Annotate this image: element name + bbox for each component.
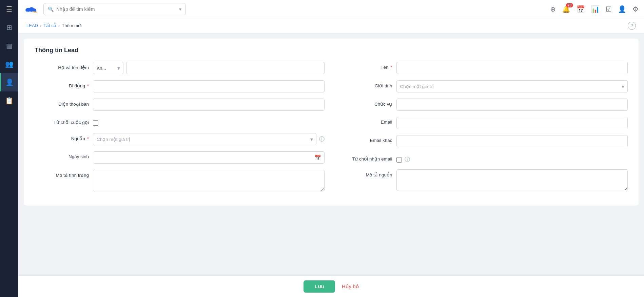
label-email-khac: Email khác [338, 135, 392, 143]
form-row-name: Họ và tên đệm Kh... Ông Bà Anh Chị [35, 62, 325, 74]
topbar-actions: ⊕ 🔔 70 📅 📊 ☑ 👤 ⚙ [550, 5, 639, 13]
last-name-input[interactable] [126, 62, 325, 74]
label-tu-choi-cuoc-goi: Từ chối cuộc gọi [35, 117, 89, 125]
checkbox-icon: ☑ [606, 5, 612, 13]
search-icon: 🔍 [48, 6, 54, 12]
mo-ta-tinh-trang-input[interactable] [93, 170, 325, 191]
calendar-picker-icon[interactable]: 📅 [314, 154, 321, 161]
breadcrumb-sep-2: › [58, 23, 60, 28]
sidebar-item-people[interactable]: 👥 [0, 55, 18, 73]
label-ngay-sinh: Ngày sinh [35, 151, 89, 159]
sidebar-item-grid[interactable]: ▦ [0, 37, 18, 55]
ten-input[interactable] [396, 62, 628, 74]
label-chuc-vu: Chức vụ [338, 99, 392, 107]
save-button[interactable]: Lưu [304, 280, 335, 293]
form-section-title: Thông tin Lead [35, 47, 628, 54]
form-left-col: Họ và tên đệm Kh... Ông Bà Anh Chị [35, 62, 325, 197]
prefix-select[interactable]: Kh... Ông Bà Anh Chị [93, 62, 123, 74]
label-gioi-tinh: Giới tính [338, 80, 392, 88]
bottom-bar: Lưu Hủy bỏ [18, 275, 644, 297]
breadcrumb-current: Thêm mới [62, 23, 82, 28]
tu-choi-nhan-email-checkbox[interactable] [396, 157, 402, 163]
profile-button[interactable]: 👤 [618, 5, 626, 13]
label-dien-thoai-ban: Điện thoại bàn [35, 99, 89, 107]
email-input[interactable] [396, 117, 628, 129]
gear-icon: ⚙ [632, 5, 639, 13]
add-button[interactable]: ⊕ [550, 5, 556, 13]
gioi-tinh-select-wrapper: Chọn một giá trị Nam Nữ Khác [396, 80, 628, 92]
main-area: CLOUD PRO 🔍 ▾ ⊕ 🔔 70 📅 📊 ☑ [18, 0, 644, 297]
analytics-icon: 📊 [591, 5, 600, 13]
ten-required: * [390, 65, 392, 70]
breadcrumb-all[interactable]: Tất cả [43, 23, 56, 28]
gioi-tinh-select[interactable]: Chọn một giá trị Nam Nữ Khác [396, 80, 628, 92]
tu-choi-email-info-icon[interactable]: ⓘ [405, 156, 410, 163]
form-row-ten: Tên * [338, 62, 628, 74]
form-row-tu-choi-nhan-email: Từ chối nhận email ⓘ [338, 153, 628, 163]
email-khac-input[interactable] [396, 135, 628, 147]
form-row-ngay-sinh: Ngày sinh 📅 [35, 151, 325, 164]
nguon-select-wrapper: Chọn một giá trị [93, 133, 316, 145]
form-row-tu-choi-cuoc-goi: Từ chối cuộc gọi [35, 117, 325, 127]
nguon-source-row: Chọn một giá trị ⓘ [93, 133, 325, 145]
breadcrumb-sep-1: › [40, 23, 41, 28]
label-mo-ta-nguon: Mô tả nguồn [338, 169, 392, 177]
sidebar-hamburger[interactable]: ☰ [0, 0, 18, 18]
breadcrumb: LEAD › Tất cả › Thêm mới ? [18, 18, 644, 33]
people-icon: 👥 [5, 60, 14, 68]
mo-ta-nguon-input[interactable] [396, 169, 628, 191]
form-row-nguon: Nguồn * Chọn một giá trị ⓘ [35, 133, 325, 145]
dashboard-icon: ⊞ [6, 23, 12, 31]
svg-text:PRO: PRO [33, 10, 37, 13]
form-row-mo-ta-nguon: Mô tả nguồn [338, 169, 628, 191]
content-area: Thông tin Lead Họ và tên đệm Kh... Ông [18, 33, 644, 297]
form-row-dien-thoai-ban: Điện thoại bàn [35, 99, 325, 111]
plus-icon: ⊕ [550, 5, 556, 13]
search-bar[interactable]: 🔍 ▾ [43, 3, 186, 15]
nguon-info-icon[interactable]: ⓘ [319, 136, 325, 143]
form-row-email-khac: Email khác [338, 135, 628, 147]
topbar: CLOUD PRO 🔍 ▾ ⊕ 🔔 70 📅 📊 ☑ [18, 0, 644, 18]
form-row-mo-ta-tinh-trang: Mô tả tình trạng [35, 170, 325, 191]
sidebar-item-dashboard[interactable]: ⊞ [0, 18, 18, 37]
analytics-button[interactable]: 📊 [591, 5, 600, 13]
lead-icon: 👤 [5, 78, 14, 86]
dien-thoai-ban-input[interactable] [93, 99, 325, 111]
contacts-icon: 📋 [5, 97, 14, 105]
settings-button[interactable]: ⚙ [632, 5, 639, 13]
notification-badge: 70 [566, 3, 573, 7]
ngay-sinh-input-wrapper: 📅 [93, 151, 325, 164]
ngay-sinh-input[interactable] [93, 151, 325, 164]
sidebar-item-contacts[interactable]: 📋 [0, 91, 18, 110]
cloud-logo-icon: CLOUD PRO [24, 4, 37, 14]
chuc-vu-input[interactable] [396, 99, 628, 111]
label-di-dong: Di động * [35, 80, 89, 88]
form-grid: Họ và tên đệm Kh... Ông Bà Anh Chị [35, 62, 628, 197]
grid-icon: ▦ [6, 42, 13, 50]
tu-choi-cuoc-goi-checkbox[interactable] [93, 120, 98, 126]
breadcrumb-lead[interactable]: LEAD [26, 23, 38, 28]
search-input[interactable] [56, 6, 176, 12]
form-row-email: Email [338, 117, 628, 129]
tu-choi-cuoc-goi-control [93, 117, 325, 127]
user-icon: 👤 [618, 5, 626, 13]
form-row-di-dong: Di động * [35, 80, 325, 92]
help-button[interactable]: ? [628, 22, 636, 30]
di-dong-input[interactable] [93, 80, 325, 92]
hamburger-icon: ☰ [6, 5, 12, 13]
calendar-button[interactable]: 📅 [577, 5, 585, 13]
notification-button[interactable]: 🔔 70 [562, 5, 570, 13]
search-dropdown-icon: ▾ [179, 6, 181, 12]
tasks-button[interactable]: ☑ [606, 5, 612, 13]
tu-choi-nhan-email-control: ⓘ [396, 153, 628, 163]
label-mo-ta-tinh-trang: Mô tả tình trạng [35, 170, 89, 178]
label-email: Email [338, 117, 392, 125]
sidebar: ☰ ⊞ ▦ 👥 👤 📋 [0, 0, 18, 297]
label-nguon: Nguồn * [35, 133, 89, 141]
di-dong-required: * [87, 83, 89, 88]
sidebar-item-leads[interactable]: 👤 [0, 73, 18, 91]
form-row-gioi-tinh: Giới tính Chọn một giá trị Nam Nữ Khác [338, 80, 628, 92]
nguon-select[interactable]: Chọn một giá trị [93, 133, 316, 145]
cancel-button[interactable]: Hủy bỏ [342, 283, 359, 290]
label-ho-va-ten-dem: Họ và tên đệm [35, 62, 89, 70]
